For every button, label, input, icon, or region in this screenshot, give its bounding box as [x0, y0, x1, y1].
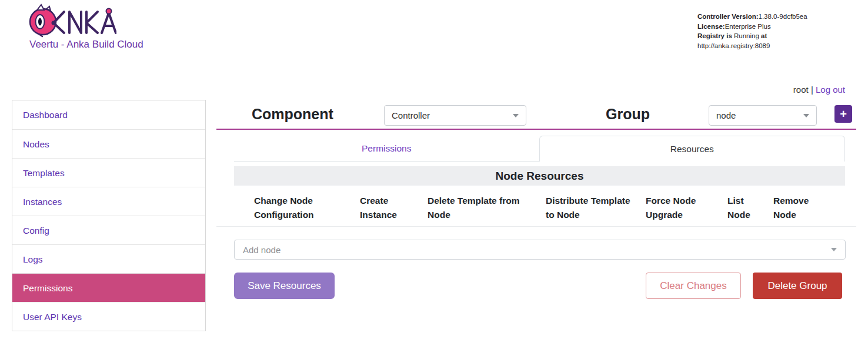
logout-link[interactable]: Log out — [816, 85, 845, 95]
sidebar-item-user-api-keys[interactable]: User API Keys — [12, 302, 205, 331]
controller-version-value: 1.38.0-9dcfb5ea — [759, 13, 807, 20]
component-heading: Component — [252, 106, 333, 123]
tab-permissions[interactable]: Permissions — [234, 136, 539, 162]
delete-group-button[interactable]: Delete Group — [753, 273, 842, 299]
component-select-value: Controller — [392, 110, 508, 120]
registry-prefix: Registry is — [697, 32, 732, 39]
tab-resources[interactable]: Resources — [539, 136, 846, 162]
controller-version-line: Controller Version:1.38.0-9dcfb5ea — [697, 12, 807, 22]
group-select-value: node — [716, 110, 799, 120]
add-node-placeholder: Add node — [243, 245, 826, 255]
permissions-resources-tabs: Permissions Resources — [234, 136, 845, 162]
column-create-instance: Create Instance — [360, 194, 407, 222]
clear-changes-button[interactable]: Clear Changes — [646, 273, 741, 299]
group-select[interactable]: node — [709, 105, 817, 126]
registry-at: at — [761, 32, 767, 39]
session-separator: | — [811, 85, 813, 95]
column-force-node-upgrade: Force Node Upgrade — [646, 194, 710, 222]
sidebar-item-config[interactable]: Config — [12, 216, 205, 244]
sidebar-item-permissions[interactable]: Permissions — [12, 273, 205, 302]
license-line: License:Enterprise Plus — [697, 22, 807, 32]
save-resources-button[interactable]: Save Resources — [234, 273, 335, 299]
chevron-down-icon — [803, 114, 809, 117]
sidebar-item-templates[interactable]: Templates — [12, 158, 205, 187]
component-select[interactable]: Controller — [384, 105, 526, 126]
column-remove-node: Remove Node — [773, 194, 820, 222]
column-distribute-template-to-node: Distribute Template to Node — [546, 194, 640, 222]
column-change-node-configuration: Change Node Configuration — [254, 194, 342, 222]
content-divider — [216, 226, 856, 227]
sidebar-item-nodes[interactable]: Nodes — [12, 129, 205, 158]
system-info: Controller Version:1.38.0-9dcfb5ea Licen… — [697, 12, 807, 51]
registry-line: Registry is Running at — [697, 31, 807, 41]
header-divider — [216, 129, 856, 130]
page: Veertu - Anka Build Cloud Controller Ver… — [0, 0, 868, 343]
column-list-node: List Node — [727, 194, 757, 222]
chevron-down-icon — [831, 248, 837, 251]
license-label: License: — [697, 23, 725, 30]
controller-version-label: Controller Version: — [697, 13, 759, 20]
registry-status: Running — [734, 32, 759, 39]
group-heading: Group — [606, 106, 650, 123]
sidebar-item-instances[interactable]: Instances — [12, 187, 205, 216]
anka-logo — [27, 4, 116, 40]
brand-subtitle: Veertu - Anka Build Cloud — [29, 39, 143, 51]
add-group-button[interactable]: + — [834, 105, 852, 123]
node-resources-title: Node Resources — [234, 166, 845, 186]
sidebar-item-dashboard[interactable]: Dashboard — [12, 100, 205, 129]
resource-column-headers: Change Node Configuration Create Instanc… — [234, 194, 845, 222]
add-node-select[interactable]: Add node — [234, 240, 846, 260]
sidebar: Dashboard Nodes Templates Instances Conf… — [12, 100, 206, 331]
session-user: root — [793, 85, 809, 95]
chevron-down-icon — [513, 114, 519, 117]
anka-logo-icon — [27, 4, 116, 38]
registry-url: http://anka.registry:8089 — [697, 41, 807, 51]
sidebar-item-logs[interactable]: Logs — [12, 244, 205, 273]
license-value: Enterprise Plus — [725, 23, 771, 30]
column-delete-template-from-node: Delete Template from Node — [428, 194, 522, 222]
session-bar: root | Log out — [700, 85, 845, 95]
